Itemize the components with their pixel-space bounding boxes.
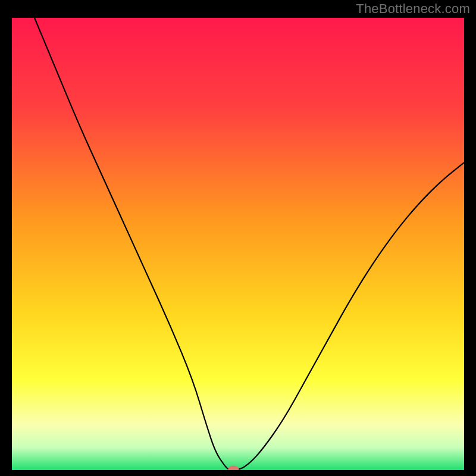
watermark-text: TheBottleneck.com <box>356 1 470 17</box>
chart-plot <box>12 18 464 470</box>
chart-frame: TheBottleneck.com <box>0 0 476 476</box>
chart-svg <box>12 18 464 470</box>
gradient-background <box>12 18 464 470</box>
